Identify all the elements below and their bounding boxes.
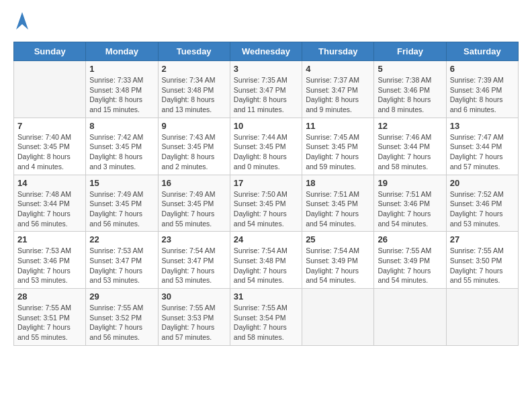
day-number: 5 (378, 64, 442, 74)
day-info: Sunrise: 7:54 AMSunset: 3:49 PMDaylight:… (306, 246, 370, 285)
day-info: Sunrise: 7:35 AMSunset: 3:47 PMDaylight:… (234, 75, 298, 115)
day-info: Sunrise: 7:55 AMSunset: 3:54 PMDaylight:… (234, 303, 298, 342)
calendar-cell: 29Sunrise: 7:55 AMSunset: 3:52 PMDayligh… (86, 289, 158, 346)
day-number: 7 (17, 121, 82, 131)
day-number: 11 (306, 121, 370, 131)
calendar-cell: 23Sunrise: 7:54 AMSunset: 3:47 PMDayligh… (158, 232, 230, 289)
day-number: 13 (450, 121, 515, 131)
day-info: Sunrise: 7:34 AMSunset: 3:48 PMDaylight:… (162, 75, 226, 115)
calendar-cell: 24Sunrise: 7:54 AMSunset: 3:48 PMDayligh… (230, 232, 302, 289)
day-info: Sunrise: 7:42 AMSunset: 3:45 PMDaylight:… (89, 132, 154, 172)
day-info: Sunrise: 7:39 AMSunset: 3:46 PMDaylight:… (450, 75, 515, 115)
day-info: Sunrise: 7:55 AMSunset: 3:49 PMDaylight:… (378, 246, 442, 285)
calendar-cell: 1Sunrise: 7:33 AMSunset: 3:48 PMDaylight… (86, 61, 158, 118)
day-number: 28 (17, 291, 82, 302)
calendar-cell (302, 289, 374, 346)
day-number: 27 (450, 234, 515, 244)
day-info: Sunrise: 7:51 AMSunset: 3:45 PMDaylight:… (306, 189, 370, 229)
day-info: Sunrise: 7:49 AMSunset: 3:45 PMDaylight:… (162, 189, 226, 229)
calendar-day-header: Thursday (302, 42, 374, 61)
calendar-day-header: Saturday (446, 42, 518, 61)
day-number: 19 (378, 178, 442, 188)
day-info: Sunrise: 7:55 AMSunset: 3:50 PMDaylight:… (450, 246, 515, 285)
day-info: Sunrise: 7:50 AMSunset: 3:45 PMDaylight:… (234, 189, 298, 229)
calendar-week-row: 21Sunrise: 7:53 AMSunset: 3:46 PMDayligh… (14, 232, 519, 289)
day-info: Sunrise: 7:55 AMSunset: 3:51 PMDaylight:… (17, 303, 82, 342)
calendar-cell: 26Sunrise: 7:55 AMSunset: 3:49 PMDayligh… (374, 232, 446, 289)
day-number: 29 (89, 291, 154, 302)
day-info: Sunrise: 7:49 AMSunset: 3:45 PMDaylight:… (89, 189, 154, 229)
day-info: Sunrise: 7:37 AMSunset: 3:47 PMDaylight:… (306, 75, 370, 115)
calendar-cell: 10Sunrise: 7:44 AMSunset: 3:45 PMDayligh… (230, 118, 302, 175)
calendar-cell: 17Sunrise: 7:50 AMSunset: 3:45 PMDayligh… (230, 175, 302, 232)
day-number: 16 (162, 178, 226, 188)
day-info: Sunrise: 7:40 AMSunset: 3:45 PMDaylight:… (17, 132, 82, 172)
day-info: Sunrise: 7:33 AMSunset: 3:48 PMDaylight:… (89, 75, 154, 115)
calendar-day-header: Monday (86, 42, 158, 61)
calendar-cell: 12Sunrise: 7:46 AMSunset: 3:44 PMDayligh… (374, 118, 446, 175)
day-number: 2 (162, 64, 226, 74)
calendar-cell: 30Sunrise: 7:55 AMSunset: 3:53 PMDayligh… (158, 289, 230, 346)
day-number: 18 (306, 178, 370, 188)
calendar-cell: 25Sunrise: 7:54 AMSunset: 3:49 PMDayligh… (302, 232, 374, 289)
page-header (13, 11, 519, 34)
calendar-cell: 18Sunrise: 7:51 AMSunset: 3:45 PMDayligh… (302, 175, 374, 232)
day-number: 23 (162, 234, 226, 244)
day-info: Sunrise: 7:44 AMSunset: 3:45 PMDaylight:… (234, 132, 298, 172)
calendar-cell: 14Sunrise: 7:48 AMSunset: 3:44 PMDayligh… (14, 175, 86, 232)
calendar-cell: 3Sunrise: 7:35 AMSunset: 3:47 PMDaylight… (230, 61, 302, 118)
calendar-day-header: Friday (374, 42, 446, 61)
calendar-cell: 8Sunrise: 7:42 AMSunset: 3:45 PMDaylight… (86, 118, 158, 175)
calendar-cell (374, 289, 446, 346)
calendar-cell: 2Sunrise: 7:34 AMSunset: 3:48 PMDaylight… (158, 61, 230, 118)
calendar-cell: 16Sunrise: 7:49 AMSunset: 3:45 PMDayligh… (158, 175, 230, 232)
calendar-cell: 7Sunrise: 7:40 AMSunset: 3:45 PMDaylight… (14, 118, 86, 175)
day-number: 30 (162, 291, 226, 302)
day-number: 1 (89, 64, 154, 74)
day-number: 31 (234, 291, 298, 302)
day-info: Sunrise: 7:53 AMSunset: 3:47 PMDaylight:… (89, 246, 154, 285)
day-number: 6 (450, 64, 515, 74)
day-number: 3 (234, 64, 298, 74)
day-info: Sunrise: 7:53 AMSunset: 3:46 PMDaylight:… (17, 246, 82, 285)
day-number: 21 (17, 234, 82, 244)
day-info: Sunrise: 7:47 AMSunset: 3:44 PMDaylight:… (450, 132, 515, 172)
day-number: 24 (234, 234, 298, 244)
day-info: Sunrise: 7:38 AMSunset: 3:46 PMDaylight:… (378, 75, 442, 115)
calendar-table: SundayMondayTuesdayWednesdayThursdayFrid… (13, 42, 519, 346)
calendar-cell: 27Sunrise: 7:55 AMSunset: 3:50 PMDayligh… (446, 232, 518, 289)
calendar-cell: 11Sunrise: 7:45 AMSunset: 3:45 PMDayligh… (302, 118, 374, 175)
calendar-cell: 13Sunrise: 7:47 AMSunset: 3:44 PMDayligh… (446, 118, 518, 175)
day-info: Sunrise: 7:51 AMSunset: 3:46 PMDaylight:… (378, 189, 442, 229)
day-number: 4 (306, 64, 370, 74)
day-info: Sunrise: 7:54 AMSunset: 3:48 PMDaylight:… (234, 246, 298, 285)
day-info: Sunrise: 7:55 AMSunset: 3:53 PMDaylight:… (162, 303, 226, 342)
calendar-cell: 15Sunrise: 7:49 AMSunset: 3:45 PMDayligh… (86, 175, 158, 232)
calendar-cell (446, 289, 518, 346)
calendar-week-row: 14Sunrise: 7:48 AMSunset: 3:44 PMDayligh… (14, 175, 519, 232)
day-number: 14 (17, 178, 82, 188)
day-number: 10 (234, 121, 298, 131)
calendar-cell: 21Sunrise: 7:53 AMSunset: 3:46 PMDayligh… (14, 232, 86, 289)
calendar-cell: 5Sunrise: 7:38 AMSunset: 3:46 PMDaylight… (374, 61, 446, 118)
day-number: 9 (162, 121, 226, 131)
day-info: Sunrise: 7:55 AMSunset: 3:52 PMDaylight:… (89, 303, 154, 342)
calendar-day-header: Tuesday (158, 42, 230, 61)
calendar-cell: 9Sunrise: 7:43 AMSunset: 3:45 PMDaylight… (158, 118, 230, 175)
day-number: 26 (378, 234, 442, 244)
calendar-cell: 19Sunrise: 7:51 AMSunset: 3:46 PMDayligh… (374, 175, 446, 232)
svg-marker-0 (16, 12, 28, 30)
logo (13, 11, 30, 34)
calendar-cell: 4Sunrise: 7:37 AMSunset: 3:47 PMDaylight… (302, 61, 374, 118)
day-number: 22 (89, 234, 154, 244)
day-info: Sunrise: 7:45 AMSunset: 3:45 PMDaylight:… (306, 132, 370, 172)
calendar-cell: 31Sunrise: 7:55 AMSunset: 3:54 PMDayligh… (230, 289, 302, 346)
calendar-week-row: 28Sunrise: 7:55 AMSunset: 3:51 PMDayligh… (14, 289, 519, 346)
day-info: Sunrise: 7:43 AMSunset: 3:45 PMDaylight:… (162, 132, 226, 172)
calendar-cell: 22Sunrise: 7:53 AMSunset: 3:47 PMDayligh… (86, 232, 158, 289)
day-info: Sunrise: 7:54 AMSunset: 3:47 PMDaylight:… (162, 246, 226, 285)
calendar-week-row: 7Sunrise: 7:40 AMSunset: 3:45 PMDaylight… (14, 118, 519, 175)
day-number: 12 (378, 121, 442, 131)
calendar-day-header: Sunday (14, 42, 86, 61)
day-info: Sunrise: 7:46 AMSunset: 3:44 PMDaylight:… (378, 132, 442, 172)
